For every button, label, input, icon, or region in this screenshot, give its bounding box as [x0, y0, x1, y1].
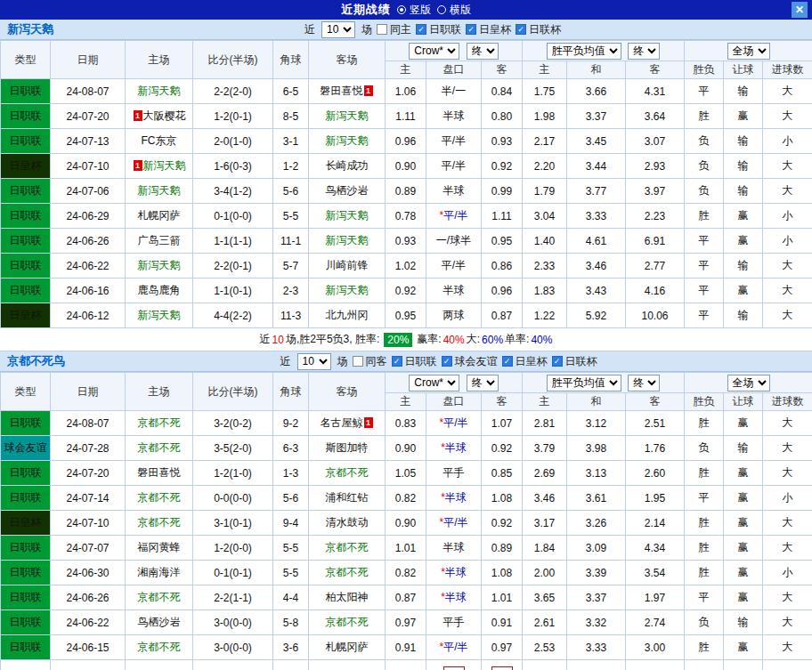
league-checkbox[interactable]: 日联杯: [552, 354, 597, 369]
match-count-select[interactable]: 10: [321, 21, 355, 38]
goals-cell: 大: [763, 585, 812, 610]
avg-home-cell: 2.00: [523, 561, 567, 585]
wdl-cell: 负: [685, 436, 724, 461]
scope-group-header: 全场: [685, 373, 812, 393]
win-rate-badge: 20%: [384, 333, 412, 347]
scope-select[interactable]: 全场: [727, 43, 770, 60]
checkbox-checked-icon: [416, 24, 426, 35]
avg-draw-cell: 3.98: [567, 436, 626, 461]
avg-final-select[interactable]: 终: [628, 43, 660, 60]
scope-select[interactable]: 全场: [727, 375, 770, 392]
crow-home-odds-cell: 0.96: [386, 129, 426, 154]
col-wdl: 胜负: [685, 61, 724, 79]
wdl-cell: 平: [685, 278, 724, 303]
summary-segment: 赢率:: [417, 332, 441, 347]
league-checkbox[interactable]: 日职联: [416, 22, 461, 37]
odds-group-header: Crow* 终: [386, 41, 523, 61]
score-cell: 3-5(2-0): [193, 436, 273, 461]
layout-radio-vertical[interactable]: 竖版: [397, 3, 431, 18]
odds-final-select[interactable]: 终: [467, 375, 499, 392]
away-team-cell: 长崎成功: [309, 154, 386, 179]
radio-selected-icon: [397, 5, 406, 14]
same-venue-checkbox[interactable]: 同主: [377, 22, 411, 37]
league-checkbox[interactable]: 日皇杯: [502, 354, 548, 369]
away-team-name: 新泻天鹅: [326, 134, 369, 147]
col-avg-home: 主: [523, 393, 567, 411]
col-away: 客场: [309, 373, 386, 411]
col-odds-home: 主: [386, 393, 426, 411]
away-team-name: 京都不死: [326, 466, 369, 479]
home-team-name: 新泻天鹅: [143, 159, 186, 172]
home-team-cell: 京都不死: [126, 486, 193, 511]
crow-home-odds-cell: 0.90: [386, 511, 426, 536]
team-section-kyoto: 京都不死鸟 近 10 场 同客 日职联球会友谊日皇杯日联杯 类型: [0, 351, 812, 670]
wdl-cell: 胜: [685, 204, 724, 229]
odds-highlight-box: [443, 666, 465, 670]
vertical-layout-label: 竖版: [410, 3, 431, 18]
handicap-result-cell: 赢: [724, 561, 763, 585]
avg-away-cell: 4.34: [626, 536, 685, 561]
home-team-name: 鹿岛鹿角: [138, 284, 181, 296]
partial-cell: [273, 660, 309, 670]
avg-away-cell: 1.76: [626, 436, 685, 461]
avg-home-cell: 1.84: [523, 536, 567, 561]
avg-away-cell: 2.51: [626, 411, 685, 436]
close-button[interactable]: ✕: [792, 2, 808, 18]
window-title: 近期战绩: [341, 2, 391, 18]
result-row: 日职联24-07-06新泻天鹅3-4(1-2)5-6鸟栖沙岩0.89半球0.99…: [1, 179, 812, 204]
league-checkbox[interactable]: 球会友谊: [442, 354, 498, 369]
away-team-cell: 鸟栖沙岩: [309, 179, 386, 204]
col-score: 比分(半场): [193, 41, 273, 79]
home-team-name: 鸟栖沙岩: [138, 616, 181, 628]
odds-source-select[interactable]: Crow*: [409, 43, 459, 60]
league-checkbox[interactable]: 日联杯: [516, 22, 561, 37]
date-cell: 24-06-26: [51, 585, 126, 610]
results-body: 日职联24-08-07新泻天鹅2-2(2-0)6-5磐田喜悦11.06半/一0.…: [1, 79, 812, 328]
layout-radio-horizontal[interactable]: 横版: [437, 3, 471, 18]
avg-away-cell: 4.16: [626, 278, 685, 303]
handicap-cell: *平/半: [426, 635, 482, 660]
handicap-value: 平/半: [443, 416, 467, 429]
result-row: 日职联24-07-13FC东京2-0(1-0)3-1新泻天鹅0.96平/半0.9…: [1, 129, 812, 154]
crow-away-odds-cell: 0.87: [482, 303, 523, 328]
crow-away-odds-cell: 0.97: [482, 635, 523, 660]
odds-source-select[interactable]: Crow*: [409, 375, 459, 392]
crow-home-odds-cell: 0.90: [386, 154, 426, 179]
league-checkbox[interactable]: 日职联: [392, 354, 437, 369]
avg-final-select[interactable]: 终: [628, 375, 660, 392]
col-type: 类型: [1, 41, 51, 79]
col-avg-away: 客: [626, 61, 685, 79]
score-cell: 1-1(1-1): [193, 229, 273, 254]
avg-home-cell: 2.33: [523, 254, 567, 278]
crow-home-odds-cell: 0.95: [386, 303, 426, 328]
goals-cell: 小: [763, 561, 812, 585]
col-date: 日期: [51, 41, 126, 79]
handicap-result-cell: 赢: [724, 511, 763, 536]
avg-select[interactable]: 胜平负均值: [547, 375, 621, 392]
league-cell: 日皇杯: [1, 154, 51, 179]
match-count-select[interactable]: 10: [297, 353, 331, 370]
odds-highlight-box: [491, 666, 513, 670]
checkbox-unchecked-icon: [377, 24, 387, 35]
away-team-name: 北九州冈: [326, 309, 369, 321]
league-checkbox[interactable]: 日皇杯: [466, 22, 511, 37]
home-team-name: 湘南海洋: [138, 566, 181, 578]
checkbox-checked-icon: [516, 24, 526, 35]
home-team-name: 京都不死: [138, 516, 181, 529]
away-team-cell: 京都不死: [309, 536, 386, 561]
home-team-cell: 磐田喜悦: [126, 461, 193, 486]
col-handicap-result: 让球: [724, 61, 763, 79]
odds-final-select[interactable]: 终: [467, 43, 499, 60]
crow-away-odds-cell: 1.08: [482, 561, 523, 585]
summary-segment: 大:: [467, 332, 480, 347]
same-venue-checkbox[interactable]: 同客: [353, 354, 387, 369]
crow-away-odds-cell: 0.93: [482, 129, 523, 154]
league-cell: 日皇杯: [1, 303, 51, 328]
corner-cell: 9-2: [273, 411, 309, 436]
crow-home-odds-cell: 0.93: [386, 229, 426, 254]
wdl-cell: 胜: [685, 536, 724, 561]
col-odds-home: 主: [386, 61, 426, 79]
avg-select[interactable]: 胜平负均值: [547, 43, 621, 60]
same-venue-label: 同主: [390, 22, 411, 37]
partial-cell: [386, 660, 426, 670]
